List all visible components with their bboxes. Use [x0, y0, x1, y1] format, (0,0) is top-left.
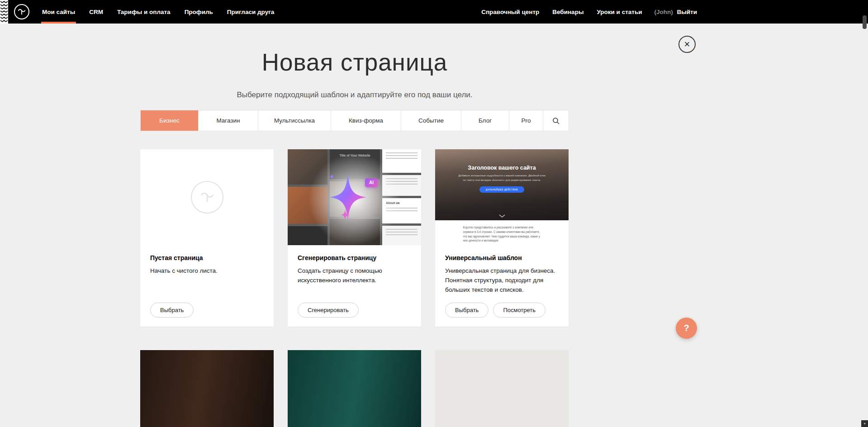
universal-template-preview: Заголовок вашего сайта Добавьте интересн…	[435, 149, 569, 245]
template-preview-image	[288, 350, 421, 427]
tab-blog[interactable]: Блог	[461, 110, 509, 131]
template-card-row2-1[interactable]	[140, 350, 274, 427]
vertical-scrollbar: ▾	[861, 0, 868, 427]
preview-body-section: Коротко представьтесь и расскажите о ком…	[435, 220, 569, 245]
template-preview-image	[435, 350, 569, 427]
secondary-nav: Справочный центр Вебинары Уроки и статьи…	[469, 0, 709, 24]
nav-crm[interactable]: CRM	[88, 0, 104, 24]
collage-about-label: About us	[382, 198, 421, 204]
page-title: Новая страница	[140, 48, 569, 76]
ai-generate-preview: Title of Your Website About us	[288, 149, 421, 245]
choose-blank-button[interactable]: Выбрать	[150, 303, 194, 318]
tab-search[interactable]	[543, 110, 569, 131]
zigzag-decoration	[0, 0, 8, 24]
choose-universal-button[interactable]: Выбрать	[445, 303, 489, 318]
preview-hero-text: Добавьте интересные подробности о вашей …	[457, 174, 547, 182]
nav-pricing[interactable]: Тарифы и оплата	[116, 0, 171, 24]
collage-site-title: Title of Your Website	[330, 149, 380, 157]
chevron-down-icon	[499, 214, 505, 218]
card-description: Создать страницу с помощью искусственног…	[298, 266, 411, 285]
website-collage: Title of Your Website About us	[288, 149, 421, 245]
tab-multilink[interactable]: Мультиссылка	[258, 110, 331, 131]
scrollbar-down-arrow[interactable]: ▾	[861, 420, 868, 427]
card-title: Сгенерировать страницу	[298, 254, 411, 261]
top-navbar: Мои сайты CRM Тарифы и оплата Профиль Пр…	[0, 0, 868, 24]
template-card-row2-3[interactable]	[435, 350, 569, 427]
template-card-blank: Пустая страница Начать с чистого листа. …	[140, 149, 274, 327]
zigzag-icon	[0, 0, 8, 23]
nav-invite-friend[interactable]: Пригласи друга	[226, 0, 275, 24]
card-title: Универсальный шаблон	[445, 254, 559, 261]
ai-badge: AI	[365, 178, 378, 187]
small-sparkle-icon	[340, 209, 351, 221]
close-button[interactable]: ×	[678, 36, 696, 53]
logout-label: Выйти	[677, 9, 697, 15]
user-name: (John)	[654, 9, 673, 15]
tab-store[interactable]: Магазин	[198, 110, 258, 131]
tilda-watermark-icon	[191, 181, 223, 214]
nav-webinars[interactable]: Вебинары	[551, 9, 584, 15]
template-card-universal: Заголовок вашего сайта Добавьте интересн…	[435, 149, 569, 327]
tab-pro[interactable]: Pro	[509, 110, 543, 131]
template-card-ai-generate: Title of Your Website About us	[288, 149, 421, 327]
preview-hero-button: Дальнейшее действие	[479, 186, 524, 193]
view-universal-button[interactable]: Посмотреть	[493, 303, 545, 318]
nav-profile[interactable]: Профиль	[184, 0, 214, 24]
preview-hero-title: Заголовок вашего сайта	[468, 165, 536, 171]
preview-hero-section: Заголовок вашего сайта Добавьте интересн…	[435, 149, 569, 220]
help-chat-button[interactable]: ?	[676, 318, 697, 339]
nav-tutorials[interactable]: Уроки и статьи	[596, 9, 643, 15]
blank-page-preview	[140, 149, 274, 245]
page-subtitle: Выберите подходящий шаблон и адаптируйте…	[140, 90, 569, 100]
preview-body-text: Коротко представьтесь и расскажите о ком…	[463, 225, 541, 243]
nav-my-sites[interactable]: Мои сайты	[41, 0, 76, 24]
tab-quiz-form[interactable]: Квиз-форма	[331, 110, 401, 131]
tab-business[interactable]: Бизнес	[141, 110, 198, 131]
tab-event[interactable]: Событие	[401, 110, 461, 131]
tilda-logo-icon	[17, 7, 27, 17]
template-grid: Пустая страница Начать с чистого листа. …	[140, 149, 569, 427]
generate-page-button[interactable]: Сгенерировать	[298, 303, 359, 318]
card-title: Пустая страница	[150, 254, 264, 261]
scrollbar-thumb[interactable]	[863, 15, 867, 29]
template-preview-image	[140, 350, 274, 427]
template-card-row2-2[interactable]	[288, 350, 421, 427]
search-icon	[552, 117, 560, 124]
new-page-modal: × Новая страница Выберите подходящий шаб…	[0, 0, 709, 427]
nav-help-center[interactable]: Справочный центр	[480, 9, 540, 15]
card-description: Начать с чистого листа.	[150, 266, 264, 276]
template-category-tabs: Бизнес Магазин Мультиссылка Квиз-форма С…	[140, 110, 569, 131]
main-nav: Мои сайты CRM Тарифы и оплата Профиль Пр…	[41, 0, 287, 24]
card-description: Универсальная страница для бизнеса. Поня…	[445, 266, 559, 295]
logout-link[interactable]: (John) Выйти	[654, 9, 697, 15]
tilda-logo[interactable]	[14, 4, 29, 19]
tiny-sparkle-icon	[329, 173, 335, 180]
